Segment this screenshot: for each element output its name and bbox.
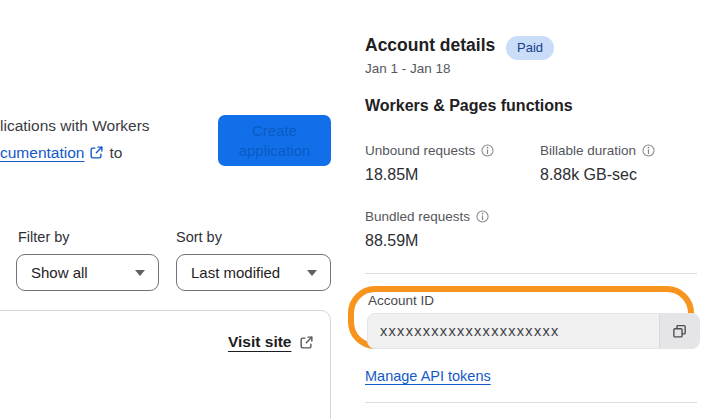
account-id-input[interactable] <box>368 314 659 348</box>
info-icon[interactable] <box>476 210 489 223</box>
workers-pages-dashboard: lications with Workers cumentation to Cr… <box>0 0 718 419</box>
intro-text: lications with Workers cumentation to <box>0 112 150 166</box>
info-icon[interactable] <box>481 144 494 157</box>
info-icon[interactable] <box>642 144 655 157</box>
external-link-icon <box>299 335 314 350</box>
stat-unbound-requests-label: Unbound requests <box>365 143 494 158</box>
visit-site-link[interactable]: Visit site <box>228 333 291 351</box>
documentation-link[interactable]: cumentation <box>0 139 84 166</box>
sort-dropdown[interactable]: Last modified <box>176 254 331 291</box>
filter-by-label: Filter by <box>18 229 70 245</box>
applications-card <box>0 310 331 419</box>
functions-section-title: Workers & Pages functions <box>365 97 573 115</box>
account-details-title: Account details <box>365 35 495 56</box>
chevron-down-icon <box>307 270 317 276</box>
stat-billable-duration-label: Billable duration <box>540 143 655 158</box>
copy-icon <box>671 323 688 340</box>
divider <box>365 402 697 403</box>
plan-badge: Paid <box>506 36 554 60</box>
account-id-field-group <box>367 313 700 349</box>
intro-line-1: lications with Workers <box>0 112 150 139</box>
copy-button[interactable] <box>659 314 699 348</box>
divider <box>365 273 697 274</box>
sort-by-label: Sort by <box>176 229 222 245</box>
filter-dropdown[interactable]: Show all <box>16 254 159 291</box>
create-application-button[interactable]: Create application <box>218 115 331 166</box>
account-id-label: Account ID <box>368 293 434 308</box>
stat-bundled-requests-label: Bundled requests <box>365 209 489 224</box>
stat-unbound-requests-value: 18.85M <box>365 166 418 184</box>
filter-dropdown-value: Show all <box>31 264 88 281</box>
manage-api-tokens-link[interactable]: Manage API tokens <box>365 368 491 384</box>
stat-billable-duration-value: 8.88k GB-sec <box>540 166 637 184</box>
stat-bundled-requests-value: 88.59M <box>365 232 418 250</box>
chevron-down-icon <box>135 270 145 276</box>
visit-site-row: Visit site <box>228 333 314 351</box>
sort-dropdown-value: Last modified <box>191 264 280 281</box>
intro-line-2: cumentation to <box>0 139 150 166</box>
intro-line-2-suffix: to <box>109 139 122 166</box>
external-link-icon <box>89 145 104 160</box>
date-range: Jan 1 - Jan 18 <box>365 61 451 76</box>
